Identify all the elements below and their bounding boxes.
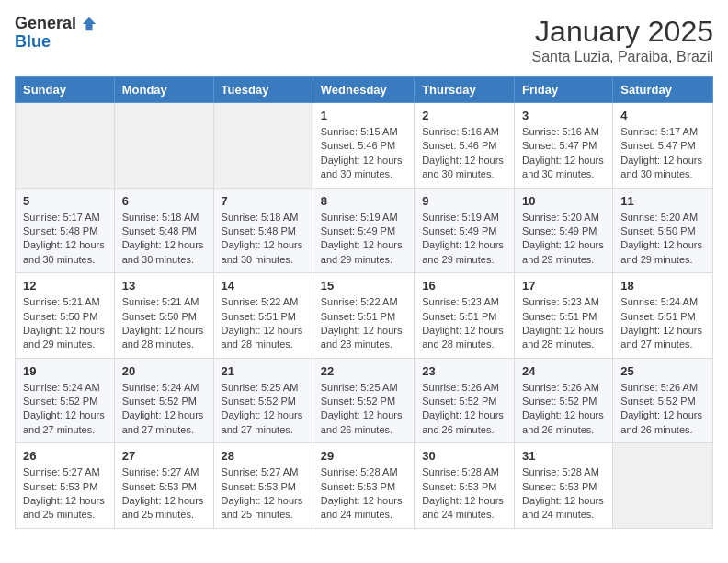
weekday-header-wednesday: Wednesday	[313, 77, 414, 103]
calendar-week-4: 19Sunrise: 5:24 AMSunset: 5:52 PMDayligh…	[16, 358, 713, 443]
day-info: Sunrise: 5:27 AMSunset: 5:53 PMDaylight:…	[122, 465, 206, 523]
calendar-cell: 8Sunrise: 5:19 AMSunset: 5:49 PMDaylight…	[313, 188, 414, 273]
calendar-cell: 5Sunrise: 5:17 AMSunset: 5:48 PMDaylight…	[16, 188, 115, 273]
day-number: 13	[122, 279, 206, 293]
day-info: Sunrise: 5:20 AMSunset: 5:49 PMDaylight:…	[522, 211, 605, 268]
calendar-cell: 16Sunrise: 5:23 AMSunset: 5:51 PMDayligh…	[415, 273, 515, 359]
day-number: 26	[23, 449, 107, 463]
calendar-cell: 10Sunrise: 5:20 AMSunset: 5:49 PMDayligh…	[515, 188, 613, 273]
calendar-cell: 21Sunrise: 5:25 AMSunset: 5:52 PMDayligh…	[213, 358, 313, 443]
day-info: Sunrise: 5:28 AMSunset: 5:53 PMDaylight:…	[522, 465, 605, 523]
day-info: Sunrise: 5:15 AMSunset: 5:46 PMDaylight:…	[321, 125, 406, 182]
calendar-cell: 28Sunrise: 5:27 AMSunset: 5:53 PMDayligh…	[213, 443, 313, 529]
weekday-header-friday: Friday	[515, 77, 613, 103]
day-info: Sunrise: 5:21 AMSunset: 5:50 PMDaylight:…	[23, 295, 107, 352]
location-subtitle: Santa Luzia, Paraiba, Brazil	[532, 49, 713, 65]
day-number: 25	[620, 364, 705, 378]
calendar-cell: 9Sunrise: 5:19 AMSunset: 5:49 PMDaylight…	[415, 188, 515, 273]
day-info: Sunrise: 5:24 AMSunset: 5:52 PMDaylight:…	[122, 381, 206, 438]
calendar-cell: 7Sunrise: 5:18 AMSunset: 5:48 PMDaylight…	[213, 188, 313, 273]
calendar-cell: 25Sunrise: 5:26 AMSunset: 5:52 PMDayligh…	[613, 358, 713, 443]
day-info: Sunrise: 5:16 AMSunset: 5:46 PMDaylight:…	[422, 125, 506, 182]
day-number: 8	[321, 194, 406, 208]
day-info: Sunrise: 5:17 AMSunset: 5:48 PMDaylight:…	[23, 211, 107, 268]
calendar-cell: 30Sunrise: 5:28 AMSunset: 5:53 PMDayligh…	[415, 443, 515, 529]
calendar-cell: 11Sunrise: 5:20 AMSunset: 5:50 PMDayligh…	[613, 188, 713, 273]
calendar-cell: 4Sunrise: 5:17 AMSunset: 5:47 PMDaylight…	[613, 103, 713, 189]
calendar-cell	[114, 103, 213, 189]
calendar-cell: 29Sunrise: 5:28 AMSunset: 5:53 PMDayligh…	[313, 443, 414, 529]
weekday-header-thursday: Thursday	[415, 77, 515, 103]
calendar-cell: 20Sunrise: 5:24 AMSunset: 5:52 PMDayligh…	[114, 358, 213, 443]
weekday-header-tuesday: Tuesday	[213, 77, 313, 103]
weekday-header-saturday: Saturday	[613, 77, 713, 103]
day-number: 24	[522, 364, 605, 378]
calendar-cell: 24Sunrise: 5:26 AMSunset: 5:52 PMDayligh…	[515, 358, 613, 443]
calendar-cell: 17Sunrise: 5:23 AMSunset: 5:51 PMDayligh…	[515, 273, 613, 359]
weekday-header-sunday: Sunday	[16, 77, 115, 103]
day-number: 22	[321, 364, 406, 378]
logo-general: General	[15, 14, 76, 32]
day-number: 11	[620, 194, 705, 208]
calendar-week-3: 12Sunrise: 5:21 AMSunset: 5:50 PMDayligh…	[16, 273, 713, 359]
calendar-cell	[213, 103, 313, 189]
page-header: General Blue January 2025 Santa Luzia, P…	[15, 15, 713, 65]
day-number: 30	[422, 449, 506, 463]
calendar-cell: 18Sunrise: 5:24 AMSunset: 5:51 PMDayligh…	[613, 273, 713, 359]
day-number: 28	[222, 449, 305, 463]
logo: General Blue	[15, 15, 97, 52]
calendar-cell: 22Sunrise: 5:25 AMSunset: 5:52 PMDayligh…	[313, 358, 414, 443]
day-number: 31	[522, 449, 605, 463]
day-number: 20	[122, 364, 206, 378]
month-title: January 2025	[532, 15, 713, 49]
calendar-week-1: 1Sunrise: 5:15 AMSunset: 5:46 PMDaylight…	[16, 103, 713, 189]
calendar-cell: 6Sunrise: 5:18 AMSunset: 5:48 PMDaylight…	[114, 188, 213, 273]
day-number: 6	[122, 194, 206, 208]
day-number: 12	[23, 279, 107, 293]
day-number: 18	[620, 279, 705, 293]
calendar-cell: 26Sunrise: 5:27 AMSunset: 5:53 PMDayligh…	[16, 443, 115, 529]
day-info: Sunrise: 5:23 AMSunset: 5:51 PMDaylight:…	[422, 295, 506, 352]
logo-blue: Blue	[15, 33, 97, 52]
calendar-cell: 13Sunrise: 5:21 AMSunset: 5:50 PMDayligh…	[114, 273, 213, 359]
day-info: Sunrise: 5:20 AMSunset: 5:50 PMDaylight:…	[620, 211, 705, 268]
day-number: 1	[321, 109, 406, 122]
day-info: Sunrise: 5:26 AMSunset: 5:52 PMDaylight:…	[422, 381, 506, 438]
day-info: Sunrise: 5:21 AMSunset: 5:50 PMDaylight:…	[122, 295, 206, 352]
day-number: 29	[321, 449, 406, 463]
day-number: 21	[222, 364, 305, 378]
calendar-cell: 14Sunrise: 5:22 AMSunset: 5:51 PMDayligh…	[213, 273, 313, 359]
day-number: 23	[422, 364, 506, 378]
calendar-cell: 23Sunrise: 5:26 AMSunset: 5:52 PMDayligh…	[415, 358, 515, 443]
calendar-cell	[16, 103, 115, 189]
day-number: 2	[422, 109, 506, 122]
day-number: 7	[222, 194, 305, 208]
calendar-cell: 27Sunrise: 5:27 AMSunset: 5:53 PMDayligh…	[114, 443, 213, 529]
day-number: 10	[522, 194, 605, 208]
day-number: 3	[522, 109, 605, 122]
weekday-header-monday: Monday	[114, 77, 213, 103]
calendar-cell: 2Sunrise: 5:16 AMSunset: 5:46 PMDaylight…	[415, 103, 515, 189]
day-number: 27	[122, 449, 206, 463]
day-info: Sunrise: 5:28 AMSunset: 5:53 PMDaylight:…	[422, 465, 506, 523]
calendar-cell: 1Sunrise: 5:15 AMSunset: 5:46 PMDaylight…	[313, 103, 414, 189]
calendar-table: SundayMondayTuesdayWednesdayThursdayFrid…	[15, 76, 713, 529]
weekday-header-row: SundayMondayTuesdayWednesdayThursdayFrid…	[16, 77, 713, 103]
calendar-cell: 31Sunrise: 5:28 AMSunset: 5:53 PMDayligh…	[515, 443, 613, 529]
day-info: Sunrise: 5:17 AMSunset: 5:47 PMDaylight:…	[620, 125, 705, 182]
day-number: 9	[422, 194, 506, 208]
day-info: Sunrise: 5:26 AMSunset: 5:52 PMDaylight:…	[522, 381, 605, 438]
day-info: Sunrise: 5:27 AMSunset: 5:53 PMDaylight:…	[222, 465, 305, 523]
day-info: Sunrise: 5:22 AMSunset: 5:51 PMDaylight:…	[222, 295, 305, 352]
day-info: Sunrise: 5:27 AMSunset: 5:53 PMDaylight:…	[23, 465, 107, 523]
day-info: Sunrise: 5:24 AMSunset: 5:52 PMDaylight:…	[23, 381, 107, 438]
day-info: Sunrise: 5:25 AMSunset: 5:52 PMDaylight:…	[321, 381, 406, 438]
day-info: Sunrise: 5:24 AMSunset: 5:51 PMDaylight:…	[620, 295, 705, 352]
calendar-cell	[613, 443, 713, 529]
calendar-cell: 3Sunrise: 5:16 AMSunset: 5:47 PMDaylight…	[515, 103, 613, 189]
calendar-cell: 19Sunrise: 5:24 AMSunset: 5:52 PMDayligh…	[16, 358, 115, 443]
day-info: Sunrise: 5:19 AMSunset: 5:49 PMDaylight:…	[321, 211, 406, 268]
day-info: Sunrise: 5:26 AMSunset: 5:52 PMDaylight:…	[620, 381, 705, 438]
day-number: 16	[422, 279, 506, 293]
day-info: Sunrise: 5:23 AMSunset: 5:51 PMDaylight:…	[522, 295, 605, 352]
